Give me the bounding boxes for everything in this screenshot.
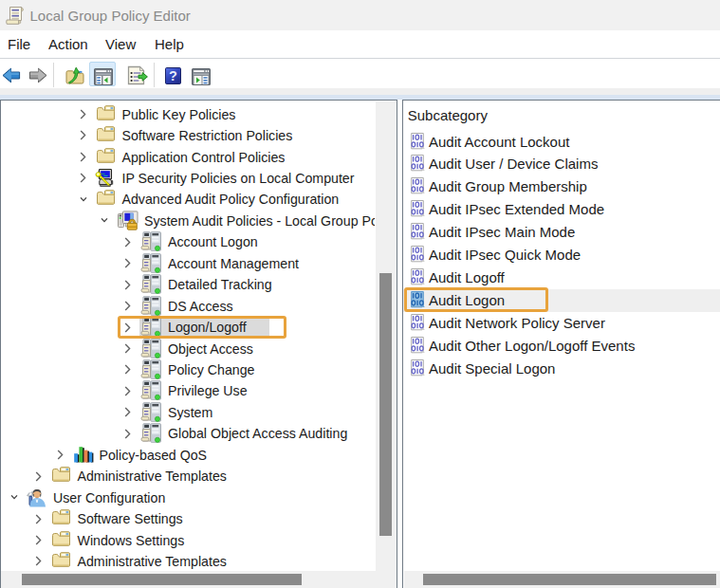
svg-text:?: ? bbox=[169, 68, 177, 83]
